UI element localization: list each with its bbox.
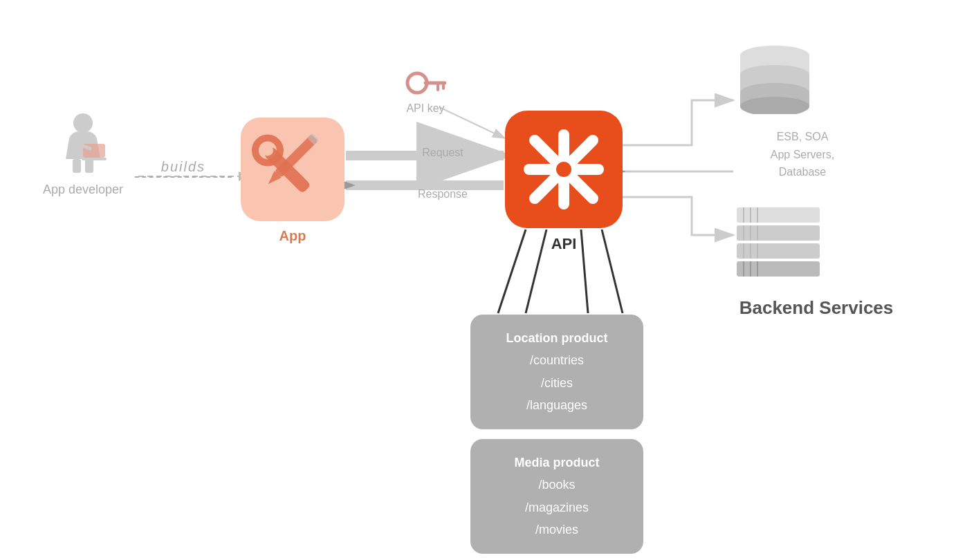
request-label: Request [387,147,498,159]
response-label: Response [387,188,498,200]
location-product-line3: /cities [487,372,627,394]
api-label: API [505,235,623,253]
app-box [241,118,344,221]
database-icon-area [733,38,816,117]
backend-services-label: Backend Services [726,297,906,319]
media-product-line1: Media product [487,451,627,474]
key-icon [405,69,446,97]
diagram-container: App developer builds App [0,0,956,560]
media-product-line4: /movies [487,519,627,541]
builds-label: builds [135,159,232,178]
api-key-label: API key [384,102,467,115]
media-product-box: Media product /books /magazines /movies [470,439,643,554]
svg-rect-18 [85,159,93,173]
svg-point-14 [73,113,93,133]
svg-rect-53 [737,261,820,277]
location-product-line2: /countries [487,349,627,371]
svg-rect-49 [737,243,820,259]
svg-rect-17 [73,159,81,173]
tools-icon [241,118,344,221]
media-product-line3: /magazines [487,496,627,519]
api-key-area: API key [384,69,467,115]
svg-rect-41 [737,207,820,223]
api-logo-icon [522,128,605,211]
location-product-line4: /languages [487,394,627,416]
database-stack-icon [733,38,816,114]
app-developer-label: App developer [28,183,138,197]
esb-soa-label: ESB, SOA App Servers, Database [733,128,872,181]
developer-icon [52,111,114,180]
media-product-line2: /books [487,474,627,496]
svg-point-33 [554,160,573,179]
server-rack-icon [733,204,823,280]
location-product-line1: Location product [487,327,627,349]
app-label: App [241,228,344,244]
svg-rect-45 [737,225,820,241]
app-developer-section: App developer [28,111,138,197]
svg-rect-16 [82,158,107,160]
server-rack-icon-area [733,204,823,283]
api-box [505,111,623,228]
location-product-box: Location product /countries /cities /lan… [470,315,643,429]
